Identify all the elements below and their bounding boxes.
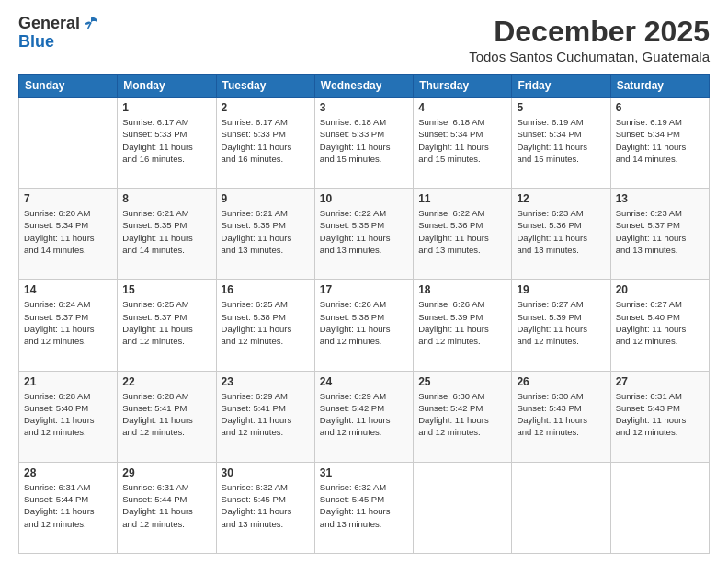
day-info: Sunrise: 6:26 AM Sunset: 5:39 PM Dayligh… [418, 298, 506, 347]
calendar-cell: 3Sunrise: 6:18 AM Sunset: 5:33 PM Daylig… [314, 98, 413, 189]
day-number: 1 [122, 101, 210, 114]
day-number: 7 [24, 192, 112, 205]
calendar-cell: 24Sunrise: 6:29 AM Sunset: 5:42 PM Dayli… [314, 371, 413, 462]
day-number: 21 [24, 375, 112, 388]
day-info: Sunrise: 6:18 AM Sunset: 5:34 PM Dayligh… [418, 116, 506, 165]
day-number: 24 [320, 375, 408, 388]
day-info: Sunrise: 6:31 AM Sunset: 5:44 PM Dayligh… [122, 481, 210, 530]
day-info: Sunrise: 6:24 AM Sunset: 5:37 PM Dayligh… [24, 298, 112, 347]
calendar-header-row: SundayMondayTuesdayWednesdayThursdayFrid… [19, 75, 710, 98]
calendar-cell: 25Sunrise: 6:30 AM Sunset: 5:42 PM Dayli… [414, 371, 512, 462]
calendar-cell: 5Sunrise: 6:19 AM Sunset: 5:34 PM Daylig… [512, 98, 610, 189]
calendar-cell: 19Sunrise: 6:27 AM Sunset: 5:39 PM Dayli… [512, 280, 610, 371]
day-number: 8 [122, 192, 210, 205]
day-info: Sunrise: 6:32 AM Sunset: 5:45 PM Dayligh… [222, 481, 310, 530]
day-number: 29 [122, 466, 210, 479]
calendar-header-monday: Monday [118, 75, 216, 98]
day-number: 2 [222, 101, 310, 114]
day-info: Sunrise: 6:19 AM Sunset: 5:34 PM Dayligh… [616, 116, 704, 165]
day-number: 25 [418, 375, 506, 388]
day-info: Sunrise: 6:27 AM Sunset: 5:39 PM Dayligh… [517, 298, 605, 347]
calendar-table: SundayMondayTuesdayWednesdayThursdayFrid… [18, 74, 710, 554]
calendar-cell: 18Sunrise: 6:26 AM Sunset: 5:39 PM Dayli… [414, 280, 512, 371]
calendar-cell: 17Sunrise: 6:26 AM Sunset: 5:38 PM Dayli… [314, 280, 413, 371]
day-number: 5 [517, 101, 605, 114]
day-number: 16 [222, 283, 310, 296]
day-info: Sunrise: 6:23 AM Sunset: 5:37 PM Dayligh… [616, 207, 704, 256]
day-info: Sunrise: 6:25 AM Sunset: 5:38 PM Dayligh… [222, 298, 310, 347]
calendar-header-wednesday: Wednesday [314, 75, 413, 98]
calendar-cell: 30Sunrise: 6:32 AM Sunset: 5:45 PM Dayli… [216, 462, 314, 553]
calendar-cell: 7Sunrise: 6:20 AM Sunset: 5:34 PM Daylig… [19, 189, 118, 280]
day-info: Sunrise: 6:21 AM Sunset: 5:35 PM Dayligh… [122, 207, 210, 256]
day-info: Sunrise: 6:29 AM Sunset: 5:42 PM Dayligh… [320, 390, 408, 439]
logo-blue-text: Blue [18, 32, 54, 51]
calendar-cell: 8Sunrise: 6:21 AM Sunset: 5:35 PM Daylig… [118, 189, 216, 280]
day-number: 18 [418, 283, 506, 296]
logo-general-text: General [18, 15, 80, 33]
calendar-cell: 22Sunrise: 6:28 AM Sunset: 5:41 PM Dayli… [118, 371, 216, 462]
day-number: 23 [222, 375, 310, 388]
calendar-cell: 9Sunrise: 6:21 AM Sunset: 5:35 PM Daylig… [216, 189, 314, 280]
calendar-cell [414, 462, 512, 553]
calendar-cell: 16Sunrise: 6:25 AM Sunset: 5:38 PM Dayli… [216, 280, 314, 371]
day-info: Sunrise: 6:27 AM Sunset: 5:40 PM Dayligh… [616, 298, 704, 347]
day-info: Sunrise: 6:23 AM Sunset: 5:36 PM Dayligh… [517, 207, 605, 256]
day-info: Sunrise: 6:30 AM Sunset: 5:42 PM Dayligh… [418, 390, 506, 439]
calendar-week-2: 7Sunrise: 6:20 AM Sunset: 5:34 PM Daylig… [19, 189, 710, 280]
day-number: 28 [24, 466, 112, 479]
title-block: December 2025 Todos Santos Cuchumatan, G… [469, 15, 710, 64]
day-number: 14 [24, 283, 112, 296]
month-title: December 2025 [469, 15, 710, 49]
day-info: Sunrise: 6:28 AM Sunset: 5:40 PM Dayligh… [24, 390, 112, 439]
day-number: 6 [616, 101, 704, 114]
calendar-cell: 29Sunrise: 6:31 AM Sunset: 5:44 PM Dayli… [118, 462, 216, 553]
day-number: 19 [517, 283, 605, 296]
calendar-cell: 27Sunrise: 6:31 AM Sunset: 5:43 PM Dayli… [610, 371, 709, 462]
calendar-cell: 4Sunrise: 6:18 AM Sunset: 5:34 PM Daylig… [414, 98, 512, 189]
day-info: Sunrise: 6:19 AM Sunset: 5:34 PM Dayligh… [517, 116, 605, 165]
day-number: 26 [517, 375, 605, 388]
day-number: 20 [616, 283, 704, 296]
day-info: Sunrise: 6:26 AM Sunset: 5:38 PM Dayligh… [320, 298, 408, 347]
calendar-header-sunday: Sunday [19, 75, 118, 98]
day-info: Sunrise: 6:32 AM Sunset: 5:45 PM Dayligh… [320, 481, 408, 530]
day-info: Sunrise: 6:20 AM Sunset: 5:34 PM Dayligh… [24, 207, 112, 256]
calendar-cell: 14Sunrise: 6:24 AM Sunset: 5:37 PM Dayli… [19, 280, 118, 371]
day-info: Sunrise: 6:31 AM Sunset: 5:43 PM Dayligh… [616, 390, 704, 439]
day-number: 11 [418, 192, 506, 205]
calendar-week-1: 1Sunrise: 6:17 AM Sunset: 5:33 PM Daylig… [19, 98, 710, 189]
calendar-cell: 31Sunrise: 6:32 AM Sunset: 5:45 PM Dayli… [314, 462, 413, 553]
logo-bird-icon [82, 15, 100, 33]
day-number: 13 [616, 192, 704, 205]
calendar-week-5: 28Sunrise: 6:31 AM Sunset: 5:44 PM Dayli… [19, 462, 710, 553]
day-number: 27 [616, 375, 704, 388]
calendar-cell: 26Sunrise: 6:30 AM Sunset: 5:43 PM Dayli… [512, 371, 610, 462]
day-number: 3 [320, 101, 408, 114]
day-number: 22 [122, 375, 210, 388]
page: General Blue December 2025 Todos Santos … [0, 0, 728, 563]
day-number: 9 [222, 192, 310, 205]
calendar-header-saturday: Saturday [610, 75, 709, 98]
calendar-cell: 15Sunrise: 6:25 AM Sunset: 5:37 PM Dayli… [118, 280, 216, 371]
day-number: 17 [320, 283, 408, 296]
calendar-cell: 11Sunrise: 6:22 AM Sunset: 5:36 PM Dayli… [414, 189, 512, 280]
calendar-cell: 28Sunrise: 6:31 AM Sunset: 5:44 PM Dayli… [19, 462, 118, 553]
calendar-header-thursday: Thursday [414, 75, 512, 98]
calendar-header-friday: Friday [512, 75, 610, 98]
day-number: 10 [320, 192, 408, 205]
calendar-cell: 20Sunrise: 6:27 AM Sunset: 5:40 PM Dayli… [610, 280, 709, 371]
calendar-cell: 6Sunrise: 6:19 AM Sunset: 5:34 PM Daylig… [610, 98, 709, 189]
calendar-cell: 12Sunrise: 6:23 AM Sunset: 5:36 PM Dayli… [512, 189, 610, 280]
calendar-cell: 2Sunrise: 6:17 AM Sunset: 5:33 PM Daylig… [216, 98, 314, 189]
calendar-cell [19, 98, 118, 189]
day-info: Sunrise: 6:28 AM Sunset: 5:41 PM Dayligh… [122, 390, 210, 439]
calendar-week-4: 21Sunrise: 6:28 AM Sunset: 5:40 PM Dayli… [19, 371, 710, 462]
day-info: Sunrise: 6:22 AM Sunset: 5:35 PM Dayligh… [320, 207, 408, 256]
day-info: Sunrise: 6:31 AM Sunset: 5:44 PM Dayligh… [24, 481, 112, 530]
calendar-cell [610, 462, 709, 553]
calendar-header-tuesday: Tuesday [216, 75, 314, 98]
day-info: Sunrise: 6:25 AM Sunset: 5:37 PM Dayligh… [122, 298, 210, 347]
day-info: Sunrise: 6:29 AM Sunset: 5:41 PM Dayligh… [222, 390, 310, 439]
day-number: 15 [122, 283, 210, 296]
